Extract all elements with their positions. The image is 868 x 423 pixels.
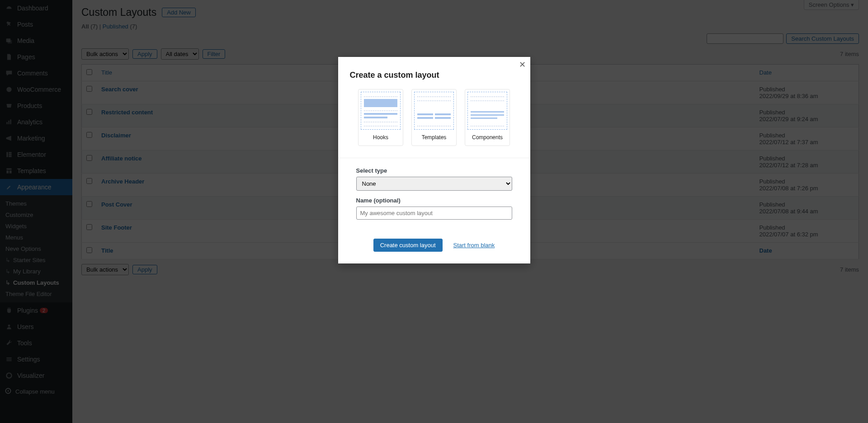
start-blank-link[interactable]: Start from blank [453,242,495,249]
modal-title: Create a custom layout [350,70,519,80]
name-input[interactable] [356,207,512,220]
select-type-dropdown[interactable]: None [356,177,512,191]
close-icon[interactable]: ✕ [519,60,526,70]
type-card-templates[interactable]: Templates [411,89,457,146]
select-type-label: Select type [356,167,512,174]
name-label: Name (optional) [356,197,512,204]
type-card-hooks[interactable]: Hooks [358,89,403,146]
templates-preview [414,92,454,130]
type-card-components[interactable]: Components [465,89,510,146]
hooks-preview [361,92,401,130]
create-layout-modal: ✕ Create a custom layout Hooks Templates… [338,57,530,263]
modal-overlay[interactable]: ✕ Create a custom layout Hooks Templates… [0,0,868,423]
create-layout-button[interactable]: Create custom layout [373,239,443,252]
components-preview [467,92,507,130]
